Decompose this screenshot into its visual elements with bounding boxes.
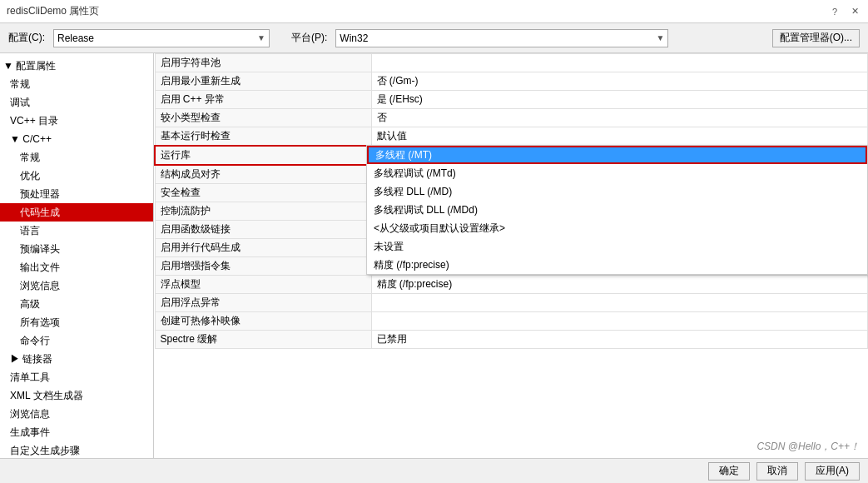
title-bar: redisCliDemo 属性页 ? ✕	[0, 0, 868, 23]
runtime-dropdown[interactable]: 多线程 (/MT)多线程调试 (/MTd)多线程 DLL (/MD)多线程调试 …	[366, 145, 868, 275]
prop-value-3: 否	[371, 109, 868, 127]
sidebar: ▼ 配置属性常规调试VC++ 目录▼ C/C++常规优化预处理器代码生成语言预编…	[0, 53, 154, 458]
dropdown-option-0[interactable]: 多线程 (/MT)	[367, 146, 867, 164]
config-label: 配置(C):	[8, 31, 45, 45]
cancel-button[interactable]: 取消	[756, 462, 798, 481]
platform-select[interactable]: Win32 ▼	[335, 29, 668, 47]
ok-button[interactable]: 确定	[708, 462, 750, 481]
prop-name-13: 启用浮点异常	[155, 294, 371, 312]
sidebar-item-cpp-general[interactable]: 常规	[0, 148, 153, 167]
prop-value-14	[371, 312, 868, 331]
prop-row-4[interactable]: 基本运行时检查默认值	[155, 127, 868, 147]
prop-row-15[interactable]: Spectre 缓解已禁用	[155, 331, 868, 349]
prop-name-6: 结构成员对齐	[155, 165, 371, 184]
sidebar-item-config-props[interactable]: ▼ 配置属性	[0, 57, 153, 75]
prop-name-9: 启用函数级链接	[155, 221, 371, 239]
dropdown-option-5[interactable]: 未设置	[367, 237, 867, 256]
prop-row-1[interactable]: 启用最小重新生成否 (/Gm-)	[155, 72, 868, 91]
platform-dropdown-icon: ▼	[656, 33, 664, 42]
prop-value-1: 否 (/Gm-)	[371, 72, 868, 91]
prop-name-10: 启用并行代码生成	[155, 239, 371, 257]
sidebar-item-language[interactable]: 语言	[0, 222, 153, 240]
prop-row-14[interactable]: 创建可热修补映像	[155, 312, 868, 331]
title-bar-controls: ? ✕	[828, 5, 861, 18]
sidebar-item-all-options[interactable]: 所有选项	[0, 313, 153, 331]
sidebar-item-advanced[interactable]: 高级	[0, 295, 153, 313]
sidebar-item-debug[interactable]: 调试	[0, 93, 153, 112]
sidebar-item-precompiled[interactable]: 预编译头	[0, 240, 153, 258]
prop-name-3: 较小类型检查	[155, 109, 371, 127]
config-dropdown-icon: ▼	[257, 33, 265, 42]
watermark: CSDN @Hello，C++！	[756, 440, 860, 454]
dropdown-option-6[interactable]: 精度 (/fp:precise)	[367, 256, 867, 274]
dropdown-option-3[interactable]: 多线程调试 DLL (/MDd)	[367, 201, 867, 219]
sidebar-item-general[interactable]: 常规	[0, 75, 153, 93]
sidebar-item-cmdline[interactable]: 命令行	[0, 331, 153, 350]
sidebar-item-browse2[interactable]: 浏览信息	[0, 405, 153, 423]
sidebar-item-cpp[interactable]: ▼ C/C++	[0, 130, 153, 148]
sidebar-item-preprocessor[interactable]: 预处理器	[0, 185, 153, 203]
prop-name-0: 启用字符串池	[155, 54, 371, 72]
prop-row-3[interactable]: 较小类型检查否	[155, 109, 868, 127]
help-button[interactable]: ?	[828, 5, 841, 18]
prop-name-5: 运行库	[155, 146, 371, 165]
platform-value: Win32	[340, 32, 368, 44]
main-content: ▼ 配置属性常规调试VC++ 目录▼ C/C++常规优化预处理器代码生成语言预编…	[0, 53, 868, 458]
prop-value-0	[371, 54, 868, 72]
sidebar-item-codegen[interactable]: 代码生成	[0, 203, 153, 222]
prop-name-7: 安全检查	[155, 184, 371, 202]
config-select[interactable]: Release ▼	[53, 29, 270, 47]
sidebar-item-browse[interactable]: 浏览信息	[0, 276, 153, 295]
sidebar-item-manifest[interactable]: 清单工具	[0, 368, 153, 386]
apply-button[interactable]: 应用(A)	[805, 462, 860, 481]
close-button[interactable]: ✕	[848, 5, 861, 18]
prop-row-2[interactable]: 启用 C++ 异常是 (/EHsc)	[155, 91, 868, 109]
sidebar-item-build-events[interactable]: 生成事件	[0, 423, 153, 441]
sidebar-item-vcpp-dirs[interactable]: VC++ 目录	[0, 112, 153, 130]
prop-value-4: 默认值	[371, 127, 868, 147]
sidebar-item-custom-build[interactable]: 自定义生成步骤	[0, 441, 153, 458]
prop-row-0[interactable]: 启用字符串池	[155, 54, 868, 72]
prop-name-8: 控制流防护	[155, 202, 371, 221]
platform-label: 平台(P):	[291, 31, 327, 45]
prop-value-13	[371, 294, 868, 312]
dropdown-option-4[interactable]: <从父级或项目默认设置继承>	[367, 219, 867, 237]
dropdown-option-2[interactable]: 多线程 DLL (/MD)	[367, 182, 867, 201]
sidebar-item-xml-gen[interactable]: XML 文档生成器	[0, 386, 153, 405]
prop-name-11: 启用增强指令集	[155, 257, 371, 276]
window-title: redisCliDemo 属性页	[7, 4, 99, 18]
dropdown-option-1[interactable]: 多线程调试 (/MTd)	[367, 164, 867, 182]
prop-row-12[interactable]: 浮点模型精度 (/fp:precise)	[155, 276, 868, 294]
bottom-bar: 确定 取消 应用(A)	[0, 458, 868, 483]
prop-row-13[interactable]: 启用浮点异常	[155, 294, 868, 312]
sidebar-item-output-files[interactable]: 输出文件	[0, 258, 153, 276]
prop-value-15: 已禁用	[371, 331, 868, 349]
config-manager-button[interactable]: 配置管理器(O)...	[772, 29, 860, 47]
right-panel: 启用字符串池启用最小重新生成否 (/Gm-)启用 C++ 异常是 (/EHsc)…	[154, 53, 868, 458]
sidebar-item-linker[interactable]: ▶ 链接器	[0, 350, 153, 368]
prop-value-2: 是 (/EHsc)	[371, 91, 868, 109]
prop-name-2: 启用 C++ 异常	[155, 91, 371, 109]
prop-name-4: 基本运行时检查	[155, 127, 371, 147]
prop-name-1: 启用最小重新生成	[155, 72, 371, 91]
prop-value-12: 精度 (/fp:precise)	[371, 276, 868, 294]
config-value: Release	[57, 32, 94, 44]
sidebar-item-optimization[interactable]: 优化	[0, 167, 153, 185]
config-bar: 配置(C): Release ▼ 平台(P): Win32 ▼ 配置管理器(O)…	[0, 23, 868, 53]
prop-name-14: 创建可热修补映像	[155, 312, 371, 331]
prop-name-12: 浮点模型	[155, 276, 371, 294]
prop-name-15: Spectre 缓解	[155, 331, 371, 349]
